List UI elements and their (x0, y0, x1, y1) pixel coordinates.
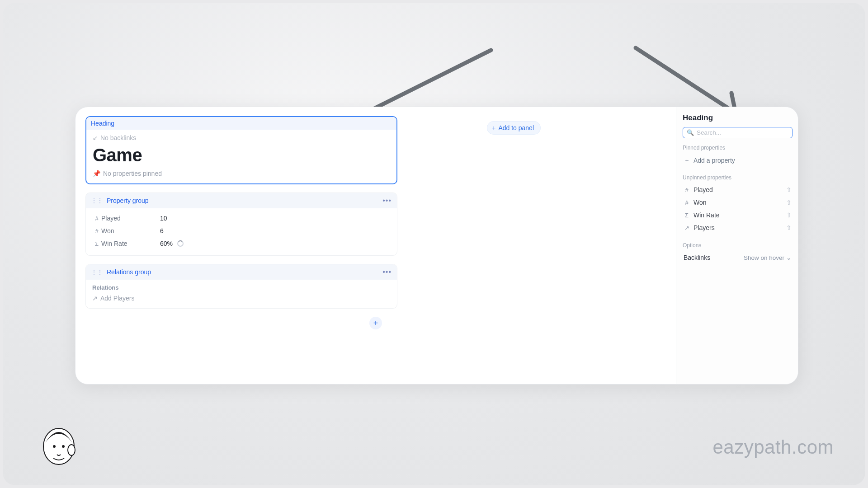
relations-subheader: Relations (92, 284, 391, 291)
property-row[interactable]: # Played 10 (92, 212, 391, 225)
side-property-name: Win Rate (693, 211, 720, 219)
backlink-icon: ↙ (93, 135, 98, 141)
svg-point-4 (62, 445, 65, 448)
side-property-name: Won (693, 199, 707, 206)
pinned-section-label: Pinned properties (683, 145, 793, 151)
drag-handle-icon[interactable]: ⋮⋮ (91, 198, 103, 203)
svg-point-3 (53, 445, 56, 448)
add-property-label: Add a property (693, 157, 735, 164)
loading-spinner-icon (177, 240, 184, 247)
property-row[interactable]: # Won 6 (92, 225, 391, 237)
property-group-header[interactable]: ⋮⋮ Property group ••• (86, 193, 397, 208)
side-property-item[interactable]: Σ Win Rate ⇧ (683, 209, 793, 221)
backlinks-option[interactable]: Backlinks Show on hover ⌄ (683, 251, 793, 264)
search-input[interactable] (697, 129, 788, 136)
property-group-body: # Played 10 # Won 6 Σ Win Rate 60% (86, 208, 397, 255)
no-backlinks[interactable]: ↙ No backlinks (93, 134, 390, 141)
pin-icon[interactable]: ⇧ (786, 211, 792, 219)
add-players-label: Add Players (100, 295, 134, 302)
add-property-button[interactable]: ＋ Add a property (683, 154, 793, 167)
no-pinned-label: No properties pinned (103, 170, 162, 177)
plus-icon: + (492, 124, 495, 131)
add-players-button[interactable]: ↗ Add Players (92, 295, 391, 302)
relation-arrow-icon: ↗ (92, 295, 98, 302)
side-property-item[interactable]: # Played ⇧ (683, 183, 793, 196)
app-window: + Add to panel Heading ↙ No backlinks Ga… (75, 107, 798, 385)
options-section-label: Options (683, 242, 793, 249)
property-name: Win Rate (101, 240, 160, 247)
plus-icon: + (373, 319, 378, 328)
property-name: Played (101, 215, 160, 222)
side-property-item[interactable]: ↗ Players ⇧ (683, 221, 793, 234)
no-properties-pinned[interactable]: 📌 No properties pinned (93, 170, 390, 177)
hash-icon: # (684, 187, 690, 193)
hash-icon: # (92, 228, 101, 235)
heading-block[interactable]: Heading ↙ No backlinks Game 📌 No propert… (85, 116, 397, 184)
add-block-button[interactable]: + (369, 317, 382, 329)
add-to-panel-label: Add to panel (498, 124, 534, 131)
pin-icon[interactable]: ⇧ (786, 224, 792, 231)
side-property-item[interactable]: # Won ⇧ (683, 196, 793, 209)
unpinned-section-label: Unpinned properties (683, 174, 793, 181)
relations-group: ⋮⋮ Relations group ••• Relations ↗ Add P… (85, 264, 397, 309)
property-group-more-icon[interactable]: ••• (382, 197, 392, 205)
property-group: ⋮⋮ Property group ••• # Played 10 # Won … (85, 192, 397, 256)
hash-icon: # (92, 215, 101, 222)
heading-block-label: Heading (86, 117, 396, 130)
property-value: 10 (160, 215, 167, 222)
sigma-icon: Σ (92, 240, 101, 247)
side-panel-title: Heading (683, 113, 793, 122)
property-value: 60% (160, 240, 173, 247)
avatar (39, 424, 79, 467)
relation-arrow-icon: ↗ (684, 225, 690, 231)
property-value: 6 (160, 227, 164, 235)
drag-handle-icon[interactable]: ⋮⋮ (91, 269, 103, 275)
no-backlinks-label: No backlinks (100, 134, 136, 141)
pin-icon[interactable]: ⇧ (786, 186, 792, 193)
add-to-panel-button[interactable]: + Add to panel (487, 122, 540, 134)
property-name: Won (101, 227, 160, 235)
plus-icon: ＋ (684, 156, 690, 164)
backlinks-option-label: Backlinks (684, 254, 710, 261)
pin-icon: 📌 (93, 170, 100, 177)
property-group-label: Property group (107, 197, 149, 204)
relations-group-body: Relations ↗ Add Players (86, 280, 397, 308)
svg-point-5 (68, 445, 75, 455)
sigma-icon: Σ (684, 212, 690, 219)
relations-group-label: Relations group (107, 268, 151, 276)
chevron-down-icon: ⌄ (786, 254, 792, 261)
page-title[interactable]: Game (93, 145, 390, 165)
svg-line-1 (636, 48, 733, 111)
search-icon: 🔍 (687, 129, 694, 136)
side-panel: Heading 🔍 Pinned properties ＋ Add a prop… (676, 107, 798, 384)
pin-icon[interactable]: ⇧ (786, 199, 792, 206)
backlinks-option-value: Show on hover (744, 254, 784, 261)
relations-group-header[interactable]: ⋮⋮ Relations group ••• (86, 264, 397, 280)
search-input-wrapper[interactable]: 🔍 (683, 127, 793, 138)
main-pane: + Add to panel Heading ↙ No backlinks Ga… (75, 107, 676, 384)
property-row[interactable]: Σ Win Rate 60% (92, 237, 391, 250)
stage: + Add to panel Heading ↙ No backlinks Ga… (3, 3, 865, 485)
side-property-name: Players (693, 224, 715, 231)
hash-icon: # (684, 199, 690, 206)
relations-group-more-icon[interactable]: ••• (382, 268, 392, 276)
watermark: eazypath.com (713, 436, 834, 458)
side-property-name: Played (693, 186, 713, 193)
